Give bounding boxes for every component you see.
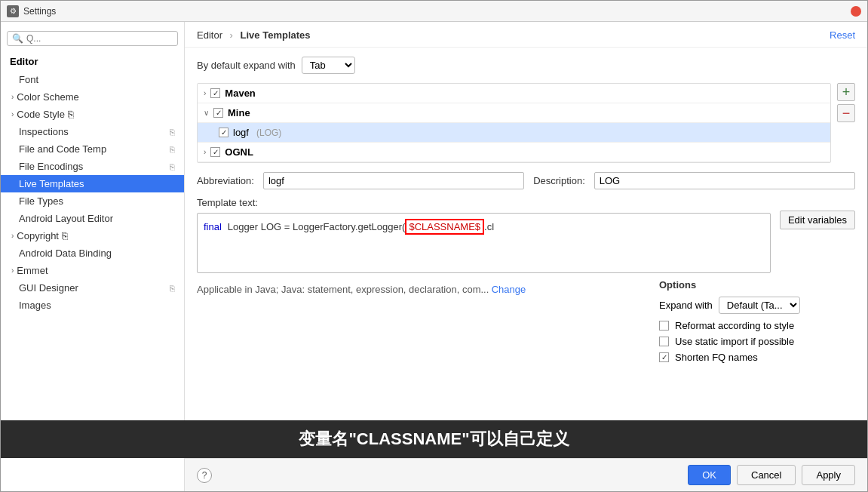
ok-button[interactable]: OK	[688, 465, 731, 485]
sidebar-group-code-style[interactable]: › Code Style ⎘	[1, 106, 184, 123]
shorten-fq-checkbox[interactable]	[659, 352, 669, 362]
applicable-row: Applicable in Java; Java: statement, exp…	[197, 284, 650, 295]
sidebar-item-gui-designer[interactable]: GUI Designer ⎘	[1, 279, 184, 297]
sidebar-item-label: Android Data Binding	[19, 248, 112, 259]
expand-with-select[interactable]: Tab Enter Space	[302, 57, 355, 74]
logf-abbr: (LOG)	[256, 128, 281, 138]
options-expand-select[interactable]: Default (Ta... Tab Enter Space	[719, 297, 800, 314]
sidebar-group-color-scheme[interactable]: › Color Scheme	[1, 88, 184, 106]
options-label: Options	[659, 279, 855, 291]
sidebar-item-label: Android Layout Editor	[19, 213, 113, 224]
template-code-area[interactable]: final Logger LOG = LoggerFactory.getLogg…	[197, 213, 771, 273]
applicable-text: Applicable in Java; Java: statement, exp…	[197, 284, 489, 295]
sidebar-item-font[interactable]: Font	[1, 71, 184, 88]
copy-icon: ⎘	[170, 128, 175, 137]
static-import-label: Use static import if possible	[675, 336, 794, 347]
apply-button[interactable]: Apply	[802, 465, 855, 485]
static-import-checkbox[interactable]	[659, 337, 669, 346]
mine-checkbox[interactable]	[213, 108, 223, 118]
template-group-ognl[interactable]: › OGNL	[198, 143, 830, 162]
remove-template-button[interactable]: −	[837, 104, 855, 122]
ognl-checkbox[interactable]	[210, 147, 220, 157]
sidebar-item-label: GUI Designer	[19, 282, 78, 294]
template-group-mine[interactable]: ∨ Mine	[198, 103, 830, 123]
footer-left: ?	[197, 468, 212, 483]
code-text-after: .cl	[484, 221, 494, 232]
sidebar-item-label: File and Code Temp	[19, 143, 106, 155]
close-button[interactable]	[851, 6, 861, 17]
chevron-right-icon: ›	[11, 110, 14, 118]
breadcrumb-current: Live Templates	[241, 29, 311, 41]
applicable-change-link[interactable]: Change	[492, 284, 526, 295]
search-input[interactable]	[26, 33, 173, 44]
sidebar-item-file-code-temp[interactable]: File and Code Temp ⎘	[1, 140, 184, 158]
copy-icon: ⎘	[170, 284, 175, 293]
search-icon: 🔍	[12, 33, 23, 44]
breadcrumb-parent: Editor	[197, 29, 222, 41]
title-bar: ⚙ Settings	[1, 1, 867, 22]
chevron-down-icon: ∨	[204, 109, 209, 117]
cancel-button[interactable]: Cancel	[737, 465, 796, 485]
options-reformat-row: Reformat according to style	[659, 320, 855, 331]
reset-link[interactable]: Reset	[830, 29, 855, 41]
templates-table-wrapper: › Maven ∨ Mine	[197, 83, 831, 172]
sidebar-item-live-templates[interactable]: Live Templates	[1, 175, 184, 192]
maven-checkbox[interactable]	[210, 88, 220, 98]
fields-row: Abbreviation: Description:	[197, 172, 855, 189]
copy-icon: ⎘	[68, 109, 74, 120]
expand-with-row: By default expand with Tab Enter Space	[197, 57, 855, 74]
window-title: Settings	[23, 6, 851, 17]
mine-group-label: Mine	[228, 107, 250, 118]
edit-variables-button[interactable]: Edit variables	[780, 211, 855, 229]
sidebar-item-label: Code Style	[17, 109, 65, 120]
sidebar-group-copyright[interactable]: › Copyright ⎘	[1, 227, 184, 244]
description-input[interactable]	[594, 172, 855, 189]
app-icon: ⚙	[7, 5, 19, 17]
template-text-label: Template text:	[197, 197, 771, 208]
sidebar-item-label: Images	[19, 300, 51, 311]
add-template-button[interactable]: +	[837, 83, 855, 101]
help-button[interactable]: ?	[197, 468, 212, 483]
template-group-maven[interactable]: › Maven	[198, 84, 830, 103]
templates-table: › Maven ∨ Mine	[197, 83, 831, 163]
abbreviation-label: Abbreviation:	[197, 175, 254, 186]
shorten-fq-label: Shorten FQ names	[675, 352, 758, 363]
copy-icon: ⎘	[62, 230, 68, 241]
sidebar-item-android-layout-editor[interactable]: Android Layout Editor	[1, 210, 184, 227]
breadcrumb-separator: ›	[230, 29, 233, 41]
sidebar-item-label: Live Templates	[19, 178, 84, 189]
content-header: Editor › Live Templates Reset	[185, 22, 867, 48]
sidebar-item-file-types[interactable]: File Types	[1, 192, 184, 210]
sidebar-section-editor[interactable]: Editor	[1, 52, 184, 71]
chevron-right-icon: ›	[204, 148, 206, 156]
window-controls	[851, 6, 861, 17]
sidebar-item-label: Inspections	[19, 126, 69, 137]
lower-left: Applicable in Java; Java: statement, exp…	[197, 279, 650, 295]
breadcrumb: Editor › Live Templates	[197, 29, 311, 41]
sidebar-group-emmet[interactable]: › Emmet	[1, 262, 184, 279]
logf-checkbox[interactable]	[219, 128, 229, 137]
description-label: Description:	[533, 175, 585, 186]
chevron-right-icon: ›	[11, 266, 14, 275]
maven-group-label: Maven	[225, 88, 255, 99]
reformat-label: Reformat according to style	[675, 320, 794, 331]
sidebar-item-inspections[interactable]: Inspections ⎘	[1, 123, 184, 140]
footer-buttons: OK Cancel Apply	[688, 465, 855, 485]
sidebar-item-label: Emmet	[17, 265, 48, 276]
sidebar-item-label: Font	[19, 74, 38, 85]
template-text-left: Template text: final Logger LOG = Logger…	[197, 197, 771, 273]
sidebar-item-images[interactable]: Images	[1, 297, 184, 314]
template-row-logf[interactable]: logf (LOG)	[198, 123, 830, 143]
options-expand-label: Expand with	[659, 300, 713, 311]
abbreviation-input[interactable]	[263, 172, 524, 189]
edit-variables-container: Edit variables	[780, 197, 855, 229]
settings-window: ⚙ Settings 🔍 Editor Font › Color Scheme …	[0, 0, 868, 492]
sidebar-item-label: File Encodings	[19, 161, 83, 172]
reformat-checkbox[interactable]	[659, 321, 669, 331]
sidebar-item-android-data-binding[interactable]: Android Data Binding	[1, 244, 184, 262]
sidebar-item-file-encodings[interactable]: File Encodings ⎘	[1, 158, 184, 175]
classname-variable: $CLASSNAME$	[405, 219, 484, 235]
templates-table-section: › Maven ∨ Mine	[197, 83, 855, 172]
search-box[interactable]: 🔍	[7, 31, 178, 46]
sidebar-item-label: File Types	[19, 195, 63, 207]
